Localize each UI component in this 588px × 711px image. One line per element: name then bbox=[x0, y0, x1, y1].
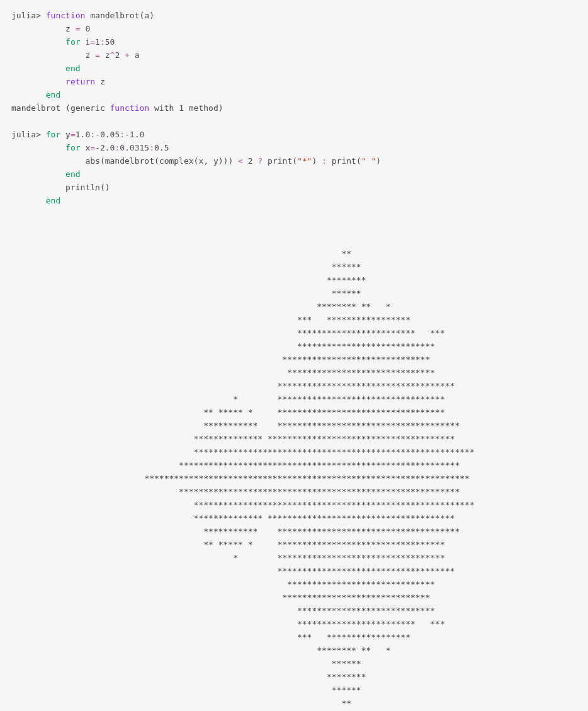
keyword-function: function bbox=[46, 11, 86, 20]
keyword-for: for bbox=[65, 37, 80, 47]
keyword-end: end bbox=[46, 196, 60, 205]
keyword-end: end bbox=[65, 64, 80, 73]
keyword-for: for bbox=[46, 130, 60, 139]
repl-block-1: julia> function mandelbrot(a) z = 0 for … bbox=[11, 9, 577, 115]
repl-prompt: julia> bbox=[11, 11, 41, 20]
mandelbrot-output: ** ****** ******** bbox=[11, 207, 577, 711]
repl-result: mandelbrot (generic bbox=[11, 103, 110, 113]
repl-prompt: julia> bbox=[11, 130, 41, 139]
keyword-return: return bbox=[65, 77, 95, 86]
keyword-for: for bbox=[65, 143, 80, 152]
keyword-end: end bbox=[46, 90, 60, 100]
repl-block-2: julia> for y=1.0:-0.05:-1.0 for x=-2.0:0… bbox=[11, 128, 577, 207]
keyword-end: end bbox=[65, 169, 80, 179]
